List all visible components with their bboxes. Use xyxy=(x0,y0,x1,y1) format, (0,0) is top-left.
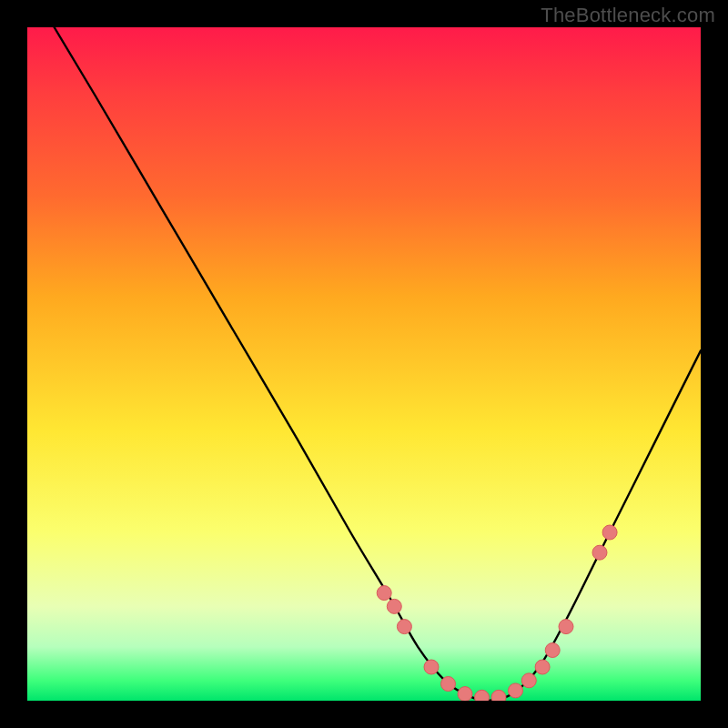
marker-point xyxy=(377,586,391,601)
curve-layer xyxy=(27,27,701,701)
brand-watermark: TheBottleneck.com xyxy=(541,4,715,27)
marker-point xyxy=(545,643,560,658)
marker-point xyxy=(424,660,439,674)
marker-point xyxy=(559,620,573,634)
plot-area xyxy=(27,27,701,701)
marker-point xyxy=(458,687,472,701)
marker-point xyxy=(592,545,607,560)
marker-point xyxy=(535,660,550,674)
highlight-points xyxy=(377,525,617,701)
marker-point xyxy=(509,683,523,698)
marker-point xyxy=(521,673,536,688)
marker-point xyxy=(387,599,401,613)
marker-point xyxy=(475,690,490,701)
chart-frame: TheBottleneck.com xyxy=(0,0,728,728)
marker-point xyxy=(491,690,506,701)
marker-point xyxy=(397,620,411,634)
bottleneck-curve xyxy=(55,27,701,701)
marker-point xyxy=(602,525,617,540)
marker-point xyxy=(441,677,456,692)
